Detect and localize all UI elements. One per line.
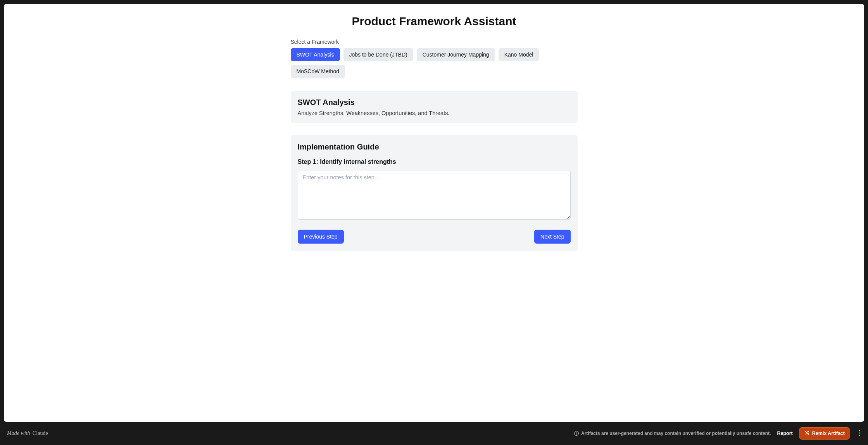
implementation-guide-title: Implementation Guide — [298, 143, 571, 151]
more-vertical-icon — [859, 430, 860, 437]
framework-button-label: Jobs to be Done (JTBD) — [349, 52, 407, 58]
framework-button[interactable]: Jobs to be Done (JTBD) — [343, 48, 413, 61]
framework-button-label: Kano Model — [504, 52, 533, 58]
framework-button[interactable]: MoSCoW Method — [291, 65, 345, 78]
next-step-button[interactable]: Next Step — [534, 230, 570, 244]
framework-info-description: Analyze Strengths, Weaknesses, Opportuni… — [298, 110, 571, 116]
framework-button[interactable]: Kano Model — [499, 48, 539, 61]
svg-point-2 — [576, 432, 576, 433]
framework-info-card: SWOT Analysis Analyze Strengths, Weaknes… — [291, 91, 578, 123]
next-step-label: Next Step — [540, 234, 564, 240]
disclaimer-text: Artifacts are user-generated and may con… — [574, 431, 771, 436]
info-icon — [574, 431, 579, 436]
remix-artifact-button[interactable]: Remix Artifact — [799, 427, 850, 440]
remix-label: Remix Artifact — [812, 431, 845, 436]
disclaimer-label: Artifacts are user-generated and may con… — [581, 431, 771, 436]
svg-point-5 — [859, 435, 860, 436]
made-with-prefix: Made with — [7, 430, 30, 436]
made-with-brand: Claude — [33, 430, 48, 436]
framework-button[interactable]: SWOT Analysis — [291, 48, 340, 61]
select-framework-label: Select a Framework — [291, 39, 578, 45]
previous-step-label: Previous Step — [304, 234, 338, 240]
framework-info-title: SWOT Analysis — [298, 98, 571, 107]
footer-bar: Made with Claude Artifacts are user-gene… — [0, 422, 868, 445]
step-notes-input[interactable] — [298, 170, 571, 220]
more-options-button[interactable] — [856, 428, 863, 439]
app-content: Product Framework Assistant Select a Fra… — [4, 4, 864, 422]
svg-point-3 — [859, 430, 860, 431]
framework-button-label: SWOT Analysis — [297, 52, 334, 58]
report-link[interactable]: Report — [777, 431, 792, 436]
page-title: Product Framework Assistant — [12, 15, 856, 28]
step-title: Step 1: Identify internal strengths — [298, 158, 571, 165]
framework-button[interactable]: Customer Journey Mapping — [417, 48, 495, 61]
made-with-claude[interactable]: Made with Claude — [7, 430, 48, 436]
framework-button-label: Customer Journey Mapping — [423, 52, 489, 58]
framework-button-label: MoSCoW Method — [297, 68, 339, 74]
svg-point-4 — [859, 432, 860, 433]
shuffle-icon — [804, 430, 809, 436]
implementation-guide-card: Implementation Guide Step 1: Identify in… — [291, 135, 578, 251]
framework-button-group: SWOT AnalysisJobs to be Done (JTBD)Custo… — [291, 48, 578, 78]
previous-step-button[interactable]: Previous Step — [298, 230, 344, 244]
report-label: Report — [777, 431, 792, 436]
